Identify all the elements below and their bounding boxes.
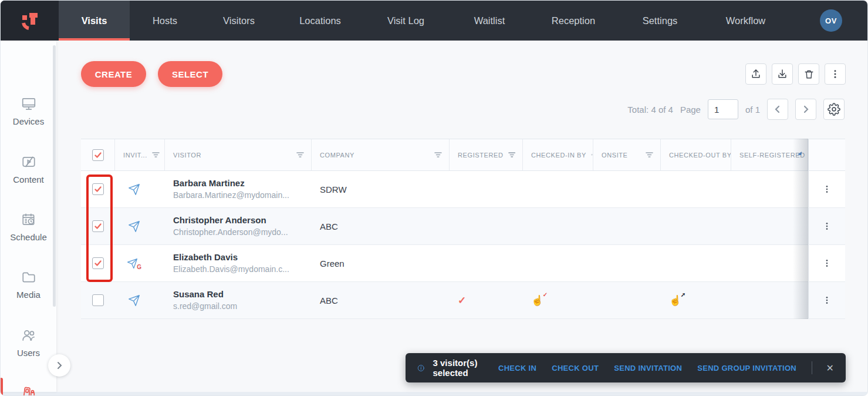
header-company[interactable]: COMPANY: [312, 139, 450, 170]
visits-table: INVIT... VISITOR COMPANY REGISTERED CHEC…: [81, 139, 845, 319]
sidebar-scrollbar[interactable]: [53, 45, 56, 307]
page-number-input[interactable]: [708, 99, 738, 119]
send-group-invitation-icon[interactable]: G: [127, 258, 138, 269]
send-invitation-icon[interactable]: [128, 183, 140, 196]
row-self-registered-cell: [731, 208, 808, 244]
visitor-email: Barbara.Martinez@mydomain...: [173, 190, 289, 201]
row-invite-cell: G: [115, 245, 165, 281]
row-registered-cell: [450, 245, 523, 281]
row-kebab-menu-icon[interactable]: [822, 295, 832, 306]
tab-settings-label: Settings: [643, 15, 678, 26]
row-onsite-cell: [593, 208, 661, 244]
send-invitation-icon[interactable]: [128, 294, 140, 307]
download-button[interactable]: [772, 63, 793, 85]
prev-page-button[interactable]: [767, 99, 788, 120]
header-invitation[interactable]: INVIT...: [115, 139, 165, 170]
app-logo[interactable]: [1, 1, 59, 41]
tab-visit-log[interactable]: Visit Log: [363, 1, 449, 41]
row-checked-in-cell: ☝✓: [523, 282, 593, 318]
row-kebab-menu-icon[interactable]: [822, 258, 832, 269]
check-in-action[interactable]: CHECK IN: [498, 364, 536, 372]
row-self-registered-cell: [731, 282, 808, 318]
table-row-susana-red[interactable]: Susana Red s.red@gmail.com ABC ✓ ☝✓ ☝➚: [81, 282, 845, 319]
sidebar-item-devices[interactable]: Devices: [1, 96, 56, 126]
info-icon: [417, 362, 425, 374]
tab-reception-label: Reception: [552, 15, 595, 26]
table-settings-button[interactable]: [823, 99, 845, 120]
group-badge: G: [137, 264, 141, 270]
tab-hosts[interactable]: Hosts: [130, 1, 200, 41]
sidebar-item-media[interactable]: Media: [1, 270, 56, 300]
send-invitation-icon[interactable]: [128, 220, 140, 233]
filter-icon[interactable]: [508, 152, 515, 158]
sidebar-item-devices-label: Devices: [13, 116, 44, 126]
table-row-elizabeth-davis[interactable]: G Elizabeth Davis Elizabeth.Davis@mydoma…: [81, 245, 845, 282]
filter-icon[interactable]: [434, 152, 442, 158]
row-kebab-menu-icon[interactable]: [822, 184, 832, 194]
sidebar-item-content[interactable]: Content: [1, 155, 56, 184]
horizontal-scrollbar-track[interactable]: [1, 392, 867, 395]
select-all-checkbox[interactable]: [92, 149, 104, 161]
row-registered-cell: [450, 171, 523, 207]
header-checked-in-by[interactable]: CHECKED-IN BY: [523, 139, 593, 170]
tab-workflow[interactable]: Workflow: [703, 1, 788, 41]
header-registered-label: REGISTERED: [458, 152, 504, 159]
header-visitor[interactable]: VISITOR: [165, 139, 312, 170]
header-checked-out-by[interactable]: CHECKED-OUT BY: [661, 139, 731, 170]
sidebar-item-schedule[interactable]: Schedule: [1, 212, 56, 242]
table-row-barbara-martinez[interactable]: Barbara Martinez Barbara.Martinez@mydoma…: [81, 171, 845, 208]
tab-settings[interactable]: Settings: [617, 1, 703, 41]
user-avatar[interactable]: OV: [820, 9, 842, 32]
filter-icon[interactable]: [296, 152, 304, 158]
tab-locations[interactable]: Locations: [278, 1, 363, 41]
check-icon: [94, 151, 102, 159]
send-invitation-action[interactable]: SEND INVITATION: [614, 364, 682, 372]
row-checkbox-checked[interactable]: [92, 257, 104, 269]
table-row-christopher-anderson[interactable]: Christopher Anderson Christopher.Anderso…: [81, 208, 845, 245]
sidebar-expand-button[interactable]: [48, 354, 70, 377]
filter-icon[interactable]: [646, 152, 653, 158]
row-self-registered-cell: [731, 171, 808, 207]
row-checkbox-checked[interactable]: [92, 220, 104, 232]
users-icon: [21, 328, 37, 343]
tab-waitlist-label: Waitlist: [474, 15, 505, 26]
trash-icon: [803, 69, 815, 80]
sidebar-item-users[interactable]: Users: [1, 328, 56, 358]
header-onsite[interactable]: ONSITE: [593, 139, 661, 170]
check-in-kiosk-icon: [21, 386, 37, 396]
tab-visits[interactable]: Visits: [59, 1, 130, 41]
send-group-invitation-action[interactable]: SEND GROUP INVITATION: [697, 364, 796, 372]
row-actions-cell: [808, 282, 845, 318]
row-checkbox-unchecked[interactable]: [92, 294, 104, 306]
row-visitor-cell: Barbara Martinez Barbara.Martinez@mydoma…: [165, 171, 312, 207]
upload-button[interactable]: [745, 63, 766, 85]
select-button[interactable]: SELECT: [158, 61, 222, 87]
filter-icon[interactable]: [152, 152, 160, 158]
toast-close-button[interactable]: ✕: [826, 363, 834, 374]
row-kebab-menu-icon[interactable]: [822, 221, 832, 231]
check-icon: [94, 222, 102, 230]
header-registered[interactable]: REGISTERED: [450, 139, 523, 170]
filter-icon[interactable]: [591, 152, 593, 158]
visitor-management-app: Visits Hosts Visitors Locations Visit Lo…: [0, 0, 868, 396]
create-button[interactable]: CREATE: [81, 61, 146, 87]
tab-waitlist[interactable]: Waitlist: [449, 1, 530, 41]
registered-check-icon: ✓: [458, 294, 466, 307]
row-checkbox-checked[interactable]: [92, 183, 104, 195]
header-company-label: COMPANY: [320, 152, 354, 159]
row-checked-out-cell: [661, 208, 731, 244]
delete-button[interactable]: [798, 63, 819, 85]
row-select-cell: [81, 171, 115, 207]
table-header-row: INVIT... VISITOR COMPANY REGISTERED CHEC…: [81, 139, 845, 171]
next-page-button[interactable]: [795, 99, 816, 120]
row-registered-cell: ✓: [450, 282, 523, 318]
tab-reception[interactable]: Reception: [530, 1, 617, 41]
header-self-registered[interactable]: SELF-REGISTERED: [731, 139, 808, 170]
check-out-action[interactable]: CHECK OUT: [552, 364, 599, 372]
more-actions-button[interactable]: [825, 63, 846, 85]
row-actions-cell: [808, 171, 845, 207]
row-visitor-cell: Elizabeth Davis Elizabeth.Davis@mydomain…: [165, 245, 312, 281]
visitor-email: s.red@gmail.com: [173, 301, 237, 312]
tab-visitors[interactable]: Visitors: [200, 1, 278, 41]
sidebar-item-check-in[interactable]: Check-in: [1, 386, 56, 396]
